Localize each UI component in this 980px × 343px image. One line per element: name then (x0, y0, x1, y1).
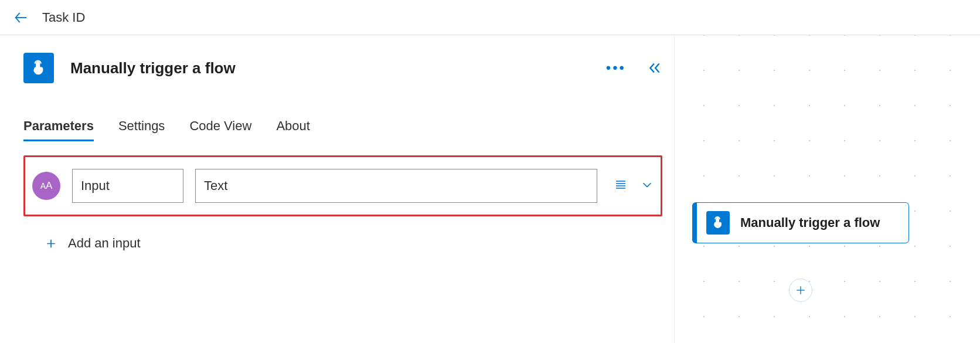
chevron-down-icon (641, 178, 654, 191)
input-name-field[interactable] (72, 169, 183, 203)
page-title: Task ID (42, 10, 85, 25)
badge-small-a: A (40, 181, 46, 191)
tab-parameters[interactable]: Parameters (23, 118, 94, 141)
input-row-highlight: AA (23, 155, 662, 216)
arrow-left-icon (13, 9, 29, 26)
trigger-header: Manually trigger a flow ••• (23, 53, 662, 83)
plus-icon: ＋ (43, 233, 59, 253)
add-input-label: Add an input (68, 236, 141, 251)
chevron-double-left-icon (647, 60, 662, 76)
tab-settings[interactable]: Settings (118, 118, 165, 141)
main: Manually trigger a flow ••• Parameters S… (0, 35, 980, 343)
back-button[interactable] (12, 8, 30, 27)
plus-icon (795, 284, 807, 296)
list-icon (614, 178, 628, 192)
badge-large-a: A (46, 180, 52, 192)
top-bar: Task ID (0, 0, 980, 35)
input-type-badge: AA (32, 172, 60, 200)
add-input-button[interactable]: ＋ Add an input (43, 233, 662, 253)
tabs: Parameters Settings Code View About (23, 118, 662, 141)
flow-canvas[interactable]: Manually trigger a flow (674, 35, 980, 343)
tab-about[interactable]: About (276, 118, 310, 141)
details-panel: Manually trigger a flow ••• Parameters S… (0, 35, 674, 343)
trigger-icon-badge (23, 53, 54, 83)
touch-icon (30, 59, 47, 77)
input-value-field[interactable] (195, 169, 597, 203)
row-menu-button[interactable] (614, 178, 628, 194)
add-step-button[interactable] (789, 279, 812, 302)
canvas-trigger-node[interactable]: Manually trigger a flow (692, 202, 909, 243)
input-row-actions (614, 178, 654, 194)
touch-icon (711, 216, 725, 230)
more-button[interactable]: ••• (606, 60, 626, 76)
canvas-node-title: Manually trigger a flow (740, 215, 880, 232)
trigger-title: Manually trigger a flow (70, 59, 236, 77)
tab-code-view[interactable]: Code View (189, 118, 251, 141)
collapse-panel-button[interactable] (647, 60, 662, 76)
more-icon: ••• (606, 65, 626, 71)
node-icon-badge (706, 211, 730, 235)
row-expand-button[interactable] (641, 178, 654, 193)
header-actions: ••• (606, 60, 662, 76)
